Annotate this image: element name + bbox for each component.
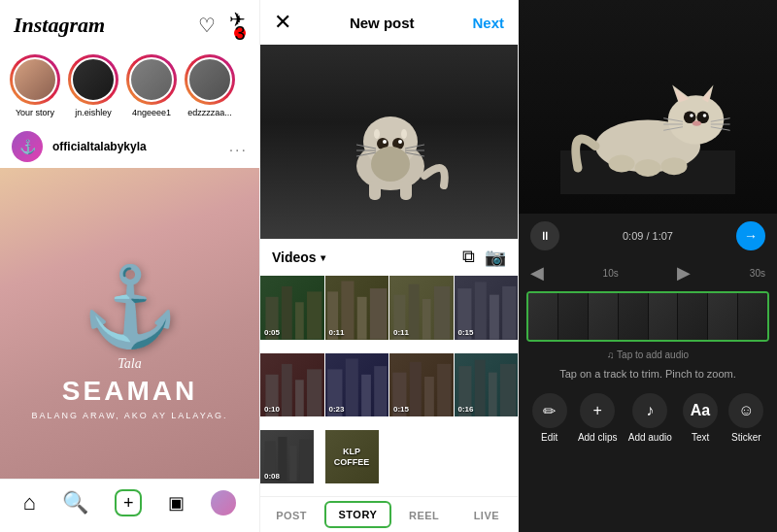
- camera-icon[interactable]: 📷: [485, 247, 506, 268]
- gallery-grid: 0:05 0:11 0:11 0:15 0:10: [260, 276, 518, 496]
- tab-reel[interactable]: REEL: [393, 500, 456, 529]
- thumb-2[interactable]: 0:11: [325, 276, 389, 340]
- audio-hint[interactable]: ♫ Tap to add audio: [519, 346, 777, 364]
- new-post-title: New post: [350, 15, 415, 31]
- story-label: 4ngeeee1: [132, 108, 171, 117]
- action-edit[interactable]: ✏ Edit: [532, 393, 567, 443]
- thumb-timestamp: 0:15: [458, 328, 474, 337]
- instagram-logo: Instagram: [14, 13, 105, 38]
- svg-rect-51: [499, 363, 515, 416]
- story-label: jn.eishley: [75, 108, 112, 117]
- tab-post[interactable]: POST: [260, 500, 322, 529]
- svg-rect-42: [361, 374, 371, 416]
- video-area: [519, 0, 777, 214]
- message-icon[interactable]: ✈ 3: [229, 8, 246, 43]
- story-item-your[interactable]: Your story: [10, 54, 60, 117]
- thumb-4[interactable]: 0:15: [455, 276, 519, 340]
- tab-live[interactable]: LIVE: [456, 500, 518, 529]
- svg-rect-31: [434, 286, 450, 340]
- svg-rect-23: [307, 291, 321, 339]
- svg-rect-30: [422, 299, 431, 339]
- svg-rect-21: [282, 286, 292, 340]
- thumb-timestamp: 0:10: [264, 405, 280, 414]
- tab-story[interactable]: STORY: [324, 501, 390, 528]
- thumb-7[interactable]: 0:15: [389, 353, 454, 417]
- playback-controls: ⏸ 0:09 / 1:07 →: [519, 214, 777, 258]
- story-label: Your story: [16, 108, 54, 117]
- thumb-8[interactable]: 0:16: [455, 353, 519, 417]
- trim-label-left: 10s: [603, 268, 619, 279]
- action-edit-label: Edit: [541, 432, 557, 443]
- reels-nav-icon[interactable]: ▣: [168, 492, 185, 514]
- story-label: edzzzzaa...: [187, 108, 232, 117]
- action-sticker[interactable]: ☺ Sticker: [728, 393, 763, 443]
- next-button[interactable]: →: [736, 221, 765, 250]
- action-add-audio-label: Add audio: [628, 432, 672, 443]
- svg-point-65: [690, 114, 693, 117]
- svg-point-4: [374, 129, 380, 139]
- film-frame-7: [708, 293, 738, 340]
- post-more-icon[interactable]: ...: [229, 138, 248, 155]
- panel-instagram-feed: Instagram ♡ ✈ 3 Your story jn.eishley: [0, 0, 259, 532]
- svg-point-5: [401, 129, 407, 139]
- film-frame-1: [528, 293, 558, 340]
- svg-point-67: [693, 120, 701, 125]
- action-add-audio[interactable]: ♪ Add audio: [628, 393, 672, 443]
- story-item-2[interactable]: 4ngeeee1: [126, 54, 177, 117]
- chevron-down-icon[interactable]: ▾: [321, 252, 325, 263]
- svg-rect-37: [282, 363, 292, 416]
- thumb-6[interactable]: 0:23: [325, 353, 389, 417]
- filmstrip[interactable]: [526, 291, 769, 342]
- thumb-3[interactable]: 0:11: [389, 276, 454, 340]
- thumb-1[interactable]: 0:05: [260, 276, 324, 340]
- thumb-timestamp: 0:23: [329, 405, 345, 414]
- close-button[interactable]: ✕: [274, 10, 291, 35]
- film-frame-8: [738, 293, 767, 340]
- thumb-10[interactable]: KLPCOFFEE: [325, 430, 379, 483]
- playback-time: 0:09 / 1:07: [567, 230, 728, 242]
- story-avatar: [187, 57, 232, 102]
- story-avatar-wrap: [68, 54, 118, 105]
- story-item-3[interactable]: edzzzzaa...: [185, 54, 235, 117]
- sticker-icon: ☺: [728, 393, 763, 428]
- home-nav-icon[interactable]: ⌂: [23, 490, 36, 515]
- next-button[interactable]: Next: [472, 15, 504, 31]
- search-nav-icon[interactable]: 🔍: [62, 490, 88, 515]
- story-avatar-wrap: [126, 54, 177, 105]
- svg-point-8: [383, 140, 387, 144]
- pause-button[interactable]: ⏸: [530, 221, 559, 250]
- svg-rect-29: [409, 284, 420, 340]
- action-sticker-label: Sticker: [731, 432, 761, 443]
- action-add-clips[interactable]: + Add clips: [578, 393, 618, 443]
- svg-point-17: [371, 147, 410, 182]
- action-bar: ✏ Edit + Add clips ♪ Add audio Aa Text ☺…: [519, 383, 777, 449]
- thumb-timestamp: 0:05: [264, 328, 280, 337]
- svg-rect-38: [295, 380, 304, 416]
- cat-image: [332, 79, 449, 205]
- panel-video-editor: ⏸ 0:09 / 1:07 → ◀ 10s ▶ 30s ♫ Tap to add…: [519, 0, 777, 532]
- svg-rect-46: [424, 377, 434, 416]
- action-text[interactable]: Aa Text: [683, 393, 718, 443]
- svg-point-58: [668, 95, 725, 144]
- multi-select-icon[interactable]: ⧉: [462, 247, 475, 268]
- feed-title-text: SEAMAN: [0, 376, 259, 407]
- story-item-1[interactable]: jn.eishley: [68, 54, 118, 117]
- notification-badge: 3: [234, 27, 246, 39]
- svg-rect-43: [374, 366, 387, 416]
- heart-icon[interactable]: ♡: [198, 14, 216, 37]
- add-nav-icon[interactable]: +: [115, 489, 142, 516]
- svg-rect-19: [400, 181, 412, 200]
- post-username: officialtalabykyla: [52, 140, 220, 153]
- trim-next-icon[interactable]: ▶: [677, 262, 691, 283]
- thumb-5[interactable]: 0:10: [260, 353, 324, 417]
- thumb-9[interactable]: 0:08: [260, 430, 314, 483]
- trim-prev-icon[interactable]: ◀: [530, 262, 544, 283]
- profile-nav-avatar[interactable]: [211, 490, 236, 515]
- post-avatar: ⚓: [12, 131, 43, 162]
- feed-text-block: Tala SEAMAN BALANG ARAW, AKO AY LALAYAG.: [0, 356, 259, 420]
- svg-rect-33: [474, 283, 486, 340]
- bottom-nav: ⌂ 🔍 + ▣: [0, 479, 259, 532]
- story-avatar: [13, 57, 57, 102]
- post-header: ⚓ officialtalabykyla ...: [0, 125, 259, 168]
- svg-rect-55: [299, 440, 312, 482]
